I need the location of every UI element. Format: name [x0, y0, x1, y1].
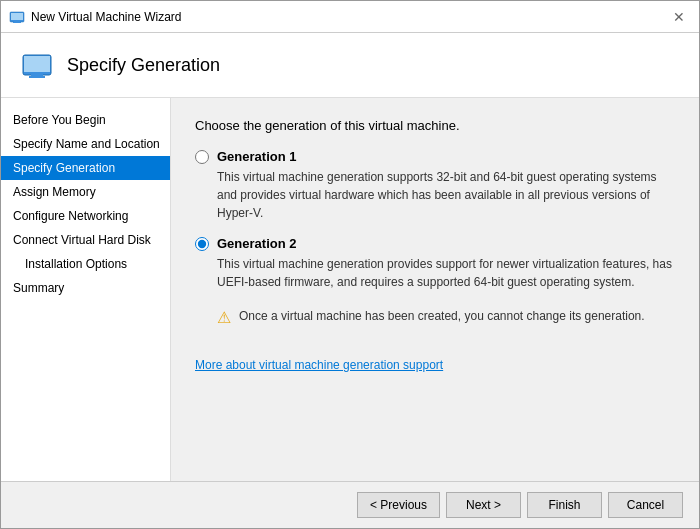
warning-icon: ⚠: [217, 308, 231, 327]
close-button[interactable]: ✕: [667, 7, 691, 27]
generation2-label-row: Generation 2: [195, 236, 675, 251]
more-info-link[interactable]: More about virtual machine generation su…: [195, 358, 443, 372]
sidebar: Before You BeginSpecify Name and Locatio…: [1, 98, 171, 481]
generation2-option: Generation 2 This virtual machine genera…: [195, 236, 675, 333]
next-button[interactable]: Next >: [446, 492, 521, 518]
generation2-description: This virtual machine generation provides…: [217, 255, 675, 291]
sidebar-item-configure-networking[interactable]: Configure Networking: [1, 204, 170, 228]
svg-rect-5: [24, 56, 50, 72]
wizard-body: Before You BeginSpecify Name and Locatio…: [1, 98, 699, 481]
footer: < Previous Next > Finish Cancel: [1, 481, 699, 528]
generation1-label[interactable]: Generation 1: [217, 149, 296, 164]
generation-radio-group: Generation 1 This virtual machine genera…: [195, 149, 675, 333]
wizard-title: Specify Generation: [67, 55, 220, 76]
content-intro: Choose the generation of this virtual ma…: [195, 118, 675, 133]
generation2-label[interactable]: Generation 2: [217, 236, 296, 251]
header-icon: [21, 49, 53, 81]
generation1-description: This virtual machine generation supports…: [217, 168, 675, 222]
finish-button[interactable]: Finish: [527, 492, 602, 518]
window-icon: [9, 9, 25, 25]
warning-text: Once a virtual machine has been created,…: [239, 307, 645, 325]
content-area: Choose the generation of this virtual ma…: [171, 98, 699, 481]
sidebar-item-installation-options[interactable]: Installation Options: [1, 252, 170, 276]
generation2-radio[interactable]: [195, 237, 209, 251]
svg-rect-6: [31, 74, 43, 76]
sidebar-item-before-you-begin[interactable]: Before You Begin: [1, 108, 170, 132]
title-bar: New Virtual Machine Wizard ✕: [1, 1, 699, 33]
generation1-label-row: Generation 1: [195, 149, 675, 164]
link-section: More about virtual machine generation su…: [195, 357, 675, 372]
svg-rect-1: [11, 13, 23, 20]
warning-box: ⚠ Once a virtual machine has been create…: [217, 301, 675, 333]
window-title: New Virtual Machine Wizard: [31, 10, 182, 24]
sidebar-item-specify-generation[interactable]: Specify Generation: [1, 156, 170, 180]
generation1-option: Generation 1 This virtual machine genera…: [195, 149, 675, 222]
svg-rect-3: [13, 22, 21, 23]
wizard-header: Specify Generation: [1, 33, 699, 98]
cancel-button[interactable]: Cancel: [608, 492, 683, 518]
main-window: New Virtual Machine Wizard ✕ Specify Gen…: [0, 0, 700, 529]
sidebar-item-specify-name[interactable]: Specify Name and Location: [1, 132, 170, 156]
previous-button[interactable]: < Previous: [357, 492, 440, 518]
sidebar-item-assign-memory[interactable]: Assign Memory: [1, 180, 170, 204]
svg-rect-2: [14, 21, 20, 22]
sidebar-item-summary[interactable]: Summary: [1, 276, 170, 300]
svg-rect-7: [29, 76, 45, 78]
sidebar-item-connect-vhd[interactable]: Connect Virtual Hard Disk: [1, 228, 170, 252]
title-bar-left: New Virtual Machine Wizard: [9, 9, 182, 25]
generation1-radio[interactable]: [195, 150, 209, 164]
